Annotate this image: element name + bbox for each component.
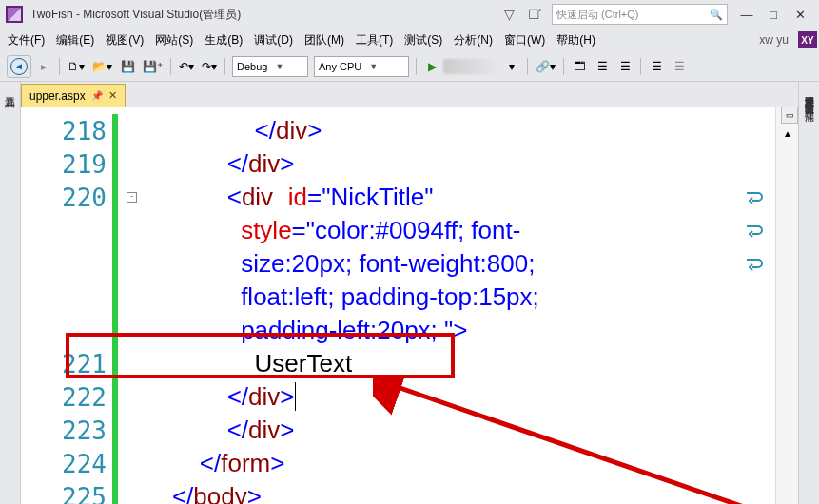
change-marker [112, 480, 118, 504]
wrap-indicator-icon [745, 221, 764, 240]
menu-tools[interactable]: 工具(T) [350, 29, 399, 51]
left-tool-rail[interactable]: 工具箱 [0, 82, 21, 504]
change-marker [112, 414, 118, 447]
menu-help[interactable]: 帮助(H) [551, 29, 601, 51]
title-bar: TwoFish - Microsoft Visual Studio(管理员) ▽… [0, 0, 819, 29]
feedback-icon[interactable]: ☐̕ [524, 5, 543, 24]
minimize-button[interactable]: — [733, 4, 760, 25]
pin-icon[interactable]: 📌 [91, 90, 103, 101]
tab-label: upper.aspx [29, 89, 86, 103]
line-number: 223 [21, 417, 112, 445]
fold-toggle[interactable]: - [127, 192, 137, 203]
tab-close-icon[interactable]: ✕ [108, 89, 117, 102]
change-marker [112, 214, 118, 247]
quick-launch-placeholder: 快速启动 (Ctrl+Q) [556, 8, 638, 22]
comment-icon[interactable]: ☰ [646, 55, 667, 78]
line-number: 225 [21, 483, 112, 505]
start-button[interactable]: ▶ [421, 55, 442, 78]
annotation-highlight [66, 333, 455, 378]
window-title: TwoFish - Microsoft Visual Studio(管理员) [30, 7, 241, 23]
nav-back-button[interactable]: ◄ [7, 55, 31, 78]
menu-website[interactable]: 网站(S) [149, 29, 199, 51]
start-dropdown[interactable]: ▾ [501, 55, 522, 78]
menu-window[interactable]: 窗口(W) [498, 29, 551, 51]
line-number: 220 [21, 184, 112, 212]
editor-tabs: upper.aspx 📌 ✕ [21, 82, 798, 107]
change-marker [112, 181, 118, 214]
open-file-button[interactable]: 📂▾ [89, 55, 115, 78]
menu-edit[interactable]: 编辑(E) [50, 29, 100, 51]
quick-launch-input[interactable]: 快速启动 (Ctrl+Q) 🔍 [552, 4, 728, 25]
change-marker [112, 447, 118, 480]
save-button[interactable]: 💾 [117, 55, 138, 78]
config-dropdown[interactable]: Debug▼ [232, 56, 308, 77]
change-marker [112, 114, 118, 147]
notification-icon[interactable]: ▽ [499, 5, 518, 24]
close-button[interactable]: ✕ [787, 4, 813, 25]
change-marker [112, 147, 118, 181]
toolbox-icon[interactable]: 🗔 [569, 55, 590, 78]
menu-file[interactable]: 文件(F) [2, 29, 50, 51]
menu-debug[interactable]: 调试(D) [248, 29, 299, 51]
platform-dropdown[interactable]: Any CPU▼ [314, 56, 409, 77]
menu-analyze[interactable]: 分析(N) [448, 29, 498, 51]
menu-team[interactable]: 团队(M) [299, 29, 350, 51]
outdent-icon[interactable]: ☰ [614, 55, 635, 78]
line-number: 222 [21, 383, 112, 412]
toolbar: ◄ ▸ 🗋▾ 📂▾ 💾 💾⁺ ↶▾ ↷▾ Debug▼ Any CPU▼ ▶ ▾… [0, 51, 819, 82]
wrap-indicator-icon [745, 254, 764, 273]
line-number: 224 [21, 450, 112, 478]
menu-bar: 文件(F) 编辑(E) 视图(V) 网站(S) 生成(B) 调试(D) 团队(M… [0, 29, 819, 51]
user-name[interactable]: xw yu [753, 33, 794, 47]
change-marker [112, 247, 118, 281]
undo-button[interactable]: ↶▾ [176, 55, 197, 78]
save-all-button[interactable]: 💾⁺ [140, 55, 166, 78]
search-icon: 🔍 [710, 9, 723, 21]
start-label-blur [443, 59, 500, 74]
user-badge[interactable]: XY [798, 31, 817, 48]
nav-forward-button[interactable]: ▸ [33, 55, 54, 78]
maximize-button[interactable]: □ [760, 4, 787, 25]
redo-button[interactable]: ↷▾ [199, 55, 220, 78]
line-number: 219 [21, 150, 112, 179]
line-number: 218 [21, 117, 112, 145]
vs-logo-icon [6, 6, 23, 23]
right-tool-rail: 解决方案资源管理器 团队资源管理器 属性 [798, 82, 819, 504]
workspace: 工具箱 upper.aspx 📌 ✕ ▭ ▲ 218 </div> [0, 82, 819, 504]
tab-upper-aspx[interactable]: upper.aspx 📌 ✕ [21, 84, 126, 107]
new-project-button[interactable]: 🗋▾ [65, 55, 88, 78]
menu-test[interactable]: 测试(S) [399, 29, 448, 51]
uncomment-icon[interactable]: ☰ [669, 55, 690, 78]
menu-build[interactable]: 生成(B) [199, 29, 248, 51]
wrap-indicator-icon [745, 187, 764, 206]
indent-icon[interactable]: ☰ [592, 55, 613, 78]
change-marker [112, 281, 118, 314]
change-marker [112, 380, 118, 414]
menu-view[interactable]: 视图(V) [100, 29, 149, 51]
browser-link-button[interactable]: 🔗▾ [533, 55, 558, 78]
editor-area: upper.aspx 📌 ✕ ▭ ▲ 218 </div> 219 [21, 82, 798, 504]
code-editor[interactable]: ▭ ▲ 218 </div> 219 </div> 220 [21, 107, 798, 504]
